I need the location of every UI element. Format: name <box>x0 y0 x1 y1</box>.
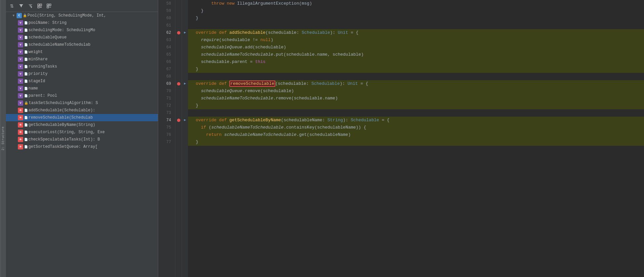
gutter-66 <box>175 58 182 66</box>
line-num-76: 76 <box>161 131 172 138</box>
tree-item-minshare[interactable]: v 📄 minShare <box>6 56 158 63</box>
params-69: (schedulable: <box>275 81 311 86</box>
line-num-63: 63 <box>161 36 172 44</box>
filter-button-1[interactable] <box>17 2 25 10</box>
gutter-60 <box>175 15 182 22</box>
code-line-58: throw new IllegalArgumentException(msg) <box>188 0 644 7</box>
gutter-75 <box>175 124 182 131</box>
type-schedulable-ret-74: Schedulable <box>351 118 379 123</box>
line-num-66: 66 <box>161 58 172 66</box>
method-icon: m <box>18 122 23 128</box>
gutter-71 <box>175 95 182 102</box>
expand-button[interactable] <box>36 2 44 10</box>
kw-null: null <box>260 37 271 42</box>
text-illegalarg: IllegalArgumentException(msg) <box>237 1 312 6</box>
var-map-71: schedulableNameToSchedulable <box>201 96 273 101</box>
gutter-65 <box>175 51 182 58</box>
kw-this-66: this <box>255 59 265 64</box>
file-icon: 📄 <box>24 65 28 69</box>
file-icon: 📄 <box>24 72 28 76</box>
file-icon: 📄 <box>24 138 28 141</box>
code-line-64: schedulableQueue.add(schedulable) <box>188 44 644 51</box>
tree-item-runningtasks[interactable]: v 📄 runningTasks <box>6 63 158 70</box>
val-icon: v <box>18 20 23 26</box>
tree-item-pool-constructor[interactable]: ▼ C 🔒 Pool(String, SchedulingMode, Int, <box>6 12 158 19</box>
kw-override-74: override <box>196 118 216 123</box>
line-num-72: 72 <box>161 102 172 109</box>
gutter-59 <box>175 7 182 15</box>
gutter2-76 <box>182 131 188 138</box>
line-num-73: 73 <box>161 109 172 117</box>
tree-item-label: poolName: String <box>28 21 67 25</box>
file-icon: 📄 <box>24 94 28 98</box>
collapse-button[interactable] <box>45 2 53 10</box>
brace-74: = { <box>379 118 390 123</box>
gutter2-58 <box>182 0 188 7</box>
tree-item-getsortedtasksetqueue[interactable]: m 📄 getSortedTaskSetQueue: Array[ <box>6 143 158 150</box>
tree-item-getschedulablebyname[interactable]: m 📄 getSchedulableByName(String) <box>6 121 158 129</box>
file-icon: 📄 <box>24 87 28 90</box>
var-map-65: schedulableNameToSchedulable <box>201 52 273 57</box>
line-num-68: 68 <box>161 73 172 80</box>
tree-item-checkspeculatabletasks[interactable]: m 📄 checkSpeculatableTasks(Int): B <box>6 136 158 143</box>
tree-item-schedulablenametoschedule[interactable]: v 📄 schedulableNameToSchedulab <box>6 41 158 48</box>
tree-item-poolname[interactable]: v 📄 poolName: String <box>6 19 158 27</box>
line-num-70: 70 <box>161 87 172 95</box>
file-icon: 📄 <box>24 43 28 47</box>
gutter2-74: ▶ <box>182 117 188 124</box>
gutter-76 <box>175 131 182 138</box>
code-line-71: schedulableNameToSchedulable.remove(sche… <box>188 95 644 102</box>
text-75: ( <box>206 125 211 130</box>
code-line-77: } <box>188 138 644 146</box>
gutter2-73 <box>182 109 188 117</box>
filter-button-2[interactable] <box>26 2 34 10</box>
tree-item-weight[interactable]: v 📄 weight <box>6 48 158 56</box>
tree-item-stageid[interactable]: v 📄 stageId <box>6 78 158 85</box>
gutter-72 <box>175 102 182 109</box>
gutter-73 <box>175 109 182 117</box>
code-line-65: schedulableNameToSchedulable.put(schedul… <box>188 51 644 58</box>
tree-item-schedulablequeue[interactable]: v 📄 schedulableQueue <box>6 34 158 41</box>
tree-item-label: schedulingMode: SchedulingMo <box>28 28 95 32</box>
structure-tree-panel: ⇅ ▼ C 🔒 Pool(String, SchedulingMode, Int… <box>6 0 158 277</box>
tree-item-removeschedulable[interactable]: m 📄 removeSchedulable(Schedulab <box>6 114 158 121</box>
tree-item-label: priority <box>28 72 48 76</box>
tree-item-executorlost[interactable]: m 📄 executorLost(String, String, Exe <box>6 129 158 136</box>
kw-def-62: def <box>219 30 227 35</box>
tree-item-name[interactable]: v 📄 name <box>6 85 158 92</box>
code-line-59: } <box>188 7 644 15</box>
text-65: .put(schedulable.name, schedulable) <box>273 52 364 57</box>
line-num-75: 75 <box>161 124 172 131</box>
sort-alpha-button[interactable]: ⇅ <box>8 2 16 10</box>
tree-item-priority[interactable]: v 📄 priority <box>6 70 158 78</box>
line-num-62: 62 <box>161 29 172 36</box>
tree-item-parent[interactable]: v 📄 parent: Pool <box>6 92 158 99</box>
gutter2-67 <box>182 66 188 73</box>
code-editor[interactable]: 58 59 60 61 62 63 64 65 66 67 68 69 70 7… <box>158 0 644 277</box>
text-66a: schedulable.parent = <box>201 59 255 64</box>
code-content[interactable]: throw new IllegalArgumentException(msg) … <box>188 0 644 277</box>
val-icon: v <box>18 64 23 69</box>
line-num-64: 64 <box>161 44 172 51</box>
method-icon: m <box>18 115 23 120</box>
file-icon: 📄 <box>24 116 28 120</box>
tree-item-label: Pool(String, SchedulingMode, Int, <box>27 13 106 18</box>
file-icon: 📄 <box>24 28 28 32</box>
file-icon: 📄 <box>24 50 28 54</box>
text-71: .remove(schedulable.name) <box>273 96 338 101</box>
text-76b: .get(schedulableName) <box>297 132 351 137</box>
gutter2-72 <box>182 102 188 109</box>
val-icon: v <box>18 35 23 40</box>
line-num-67: 67 <box>161 66 172 73</box>
editor-gutter-2: ▶ ▶ ▶ <box>182 0 188 277</box>
tree-arrow: ▼ <box>13 14 17 18</box>
tree-item-tasksetschedulingalgorithm[interactable]: v 🔒 taskSetSchedulingAlgorithm: S <box>6 99 158 107</box>
tree-item-label: schedulableNameToSchedulab <box>28 42 90 47</box>
kw-return-76: return <box>206 132 222 137</box>
tree-item-schedulingmode[interactable]: v 📄 schedulingMode: SchedulingMo <box>6 27 158 34</box>
tree-item-addschedulable[interactable]: m 📄 addSchedulable(Schedulable): <box>6 107 158 114</box>
fn-getschedulablebyname: getSchedulableByName <box>229 118 281 123</box>
line-num-59: 59 <box>161 7 172 15</box>
gutter2-60 <box>182 15 188 22</box>
structure-panel-label[interactable]: 2: Structure <box>0 0 6 277</box>
